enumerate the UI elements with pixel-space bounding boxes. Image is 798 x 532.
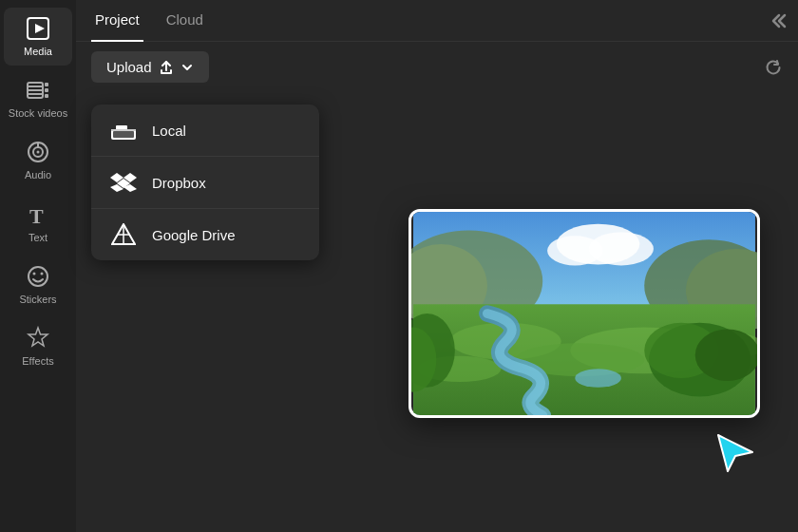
sidebar-item-label-audio: Audio	[25, 169, 51, 181]
svg-point-40	[589, 232, 654, 265]
svg-rect-6	[45, 83, 48, 86]
dropdown-label-google-drive: Google Drive	[152, 227, 236, 243]
stock-videos-icon	[25, 77, 51, 104]
svg-point-50	[695, 330, 757, 381]
dropdown-label-local: Local	[152, 123, 186, 139]
dropdown-item-dropbox[interactable]: Dropbox	[91, 157, 319, 209]
svg-marker-53	[718, 435, 752, 471]
sidebar-item-audio[interactable]: Audio	[4, 131, 72, 189]
svg-rect-5	[28, 93, 42, 95]
sidebar-item-label-media: Media	[24, 46, 52, 58]
preview-image	[408, 209, 760, 418]
sidebar-item-stock-videos[interactable]: Stock videos	[4, 69, 72, 127]
svg-point-14	[28, 267, 48, 286]
sidebar-item-effects[interactable]: Effects	[4, 317, 72, 375]
sidebar-item-label-text: Text	[28, 232, 48, 244]
svg-point-15	[33, 272, 36, 275]
sidebar: Media Stock videos Audio	[0, 0, 76, 532]
svg-marker-1	[35, 24, 45, 33]
local-icon	[110, 120, 137, 141]
upload-dropdown-menu: Local Dropbox	[91, 104, 319, 260]
audio-icon	[25, 139, 51, 165]
tab-cloud[interactable]: Cloud	[162, 0, 207, 42]
svg-rect-3	[28, 86, 42, 87]
svg-marker-17	[28, 328, 48, 346]
stickers-icon	[25, 263, 51, 290]
media-icon	[25, 15, 51, 42]
google-drive-icon	[110, 224, 137, 245]
upload-bar: Upload	[76, 42, 798, 92]
dropdown-item-google-drive[interactable]: Google Drive	[91, 209, 319, 260]
svg-text:T: T	[29, 204, 44, 227]
svg-rect-20	[113, 131, 134, 138]
tabs-bar: Project Cloud	[76, 0, 798, 42]
svg-point-11	[37, 151, 40, 154]
sidebar-item-label-stickers: Stickers	[19, 294, 56, 306]
svg-rect-7	[45, 88, 48, 92]
sidebar-item-label-effects: Effects	[22, 355, 53, 368]
sidebar-item-text[interactable]: T Text	[4, 194, 72, 252]
svg-point-16	[41, 272, 44, 275]
dropdown-label-dropbox: Dropbox	[152, 175, 206, 191]
tab-project[interactable]: Project	[91, 0, 143, 42]
refresh-button[interactable]	[764, 58, 783, 77]
upload-button[interactable]: Upload	[91, 51, 209, 83]
svg-rect-22	[111, 129, 136, 131]
effects-icon	[25, 325, 51, 352]
main-panel: Project Cloud Upload	[76, 0, 798, 532]
svg-point-47	[575, 369, 621, 387]
svg-rect-4	[28, 89, 42, 91]
cursor-arrow	[712, 429, 758, 475]
text-icon: T	[25, 201, 51, 228]
dropbox-icon	[110, 172, 137, 193]
sidebar-item-stickers[interactable]: Stickers	[4, 256, 72, 314]
sidebar-item-label-stock: Stock videos	[9, 107, 67, 120]
sidebar-item-media[interactable]: Media	[4, 8, 72, 66]
svg-rect-8	[45, 94, 48, 98]
dropdown-item-local[interactable]: Local	[91, 104, 319, 157]
collapse-panel-button[interactable]	[768, 13, 787, 28]
